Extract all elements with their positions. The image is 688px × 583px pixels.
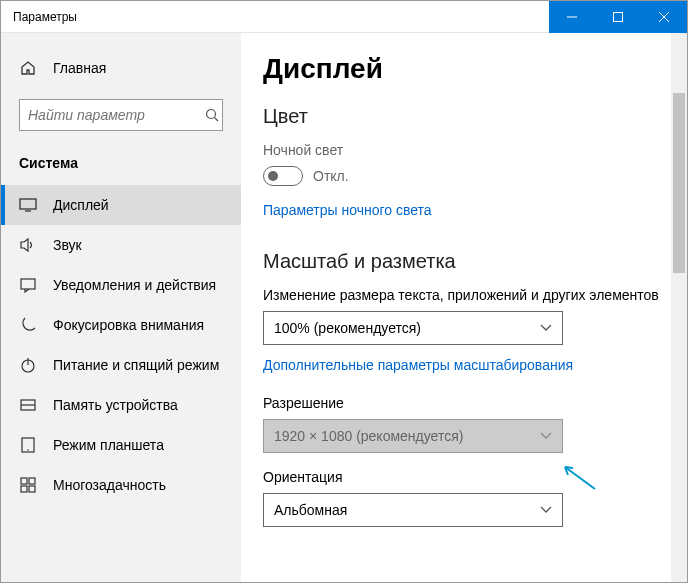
scale-label: Изменение размера текста, приложений и д… bbox=[263, 287, 665, 303]
sidebar-item-label: Звук bbox=[53, 237, 82, 253]
orientation-value: Альбомная bbox=[274, 502, 347, 518]
tablet-icon bbox=[19, 436, 37, 454]
scale-value: 100% (рекомендуется) bbox=[274, 320, 421, 336]
scale-dropdown[interactable]: 100% (рекомендуется) bbox=[263, 311, 563, 345]
power-icon bbox=[19, 356, 37, 374]
svg-rect-6 bbox=[20, 199, 36, 209]
scrollbar[interactable] bbox=[671, 33, 687, 582]
sidebar-item-display[interactable]: Дисплей bbox=[1, 185, 241, 225]
multitasking-icon bbox=[19, 476, 37, 494]
search-icon bbox=[205, 108, 219, 122]
sidebar-item-label: Дисплей bbox=[53, 197, 109, 213]
svg-point-14 bbox=[27, 449, 29, 451]
sidebar-item-focus[interactable]: Фокусировка внимания bbox=[1, 305, 241, 345]
svg-rect-16 bbox=[29, 478, 35, 484]
advanced-scaling-link[interactable]: Дополнительные параметры масштабирования bbox=[263, 357, 573, 373]
sidebar-item-label: Память устройства bbox=[53, 397, 178, 413]
night-light-label: Ночной свет bbox=[263, 142, 665, 158]
night-light-settings-link[interactable]: Параметры ночного света bbox=[263, 202, 432, 218]
search-field[interactable] bbox=[28, 107, 205, 123]
display-icon bbox=[19, 196, 37, 214]
sidebar-item-power[interactable]: Питание и спящий режим bbox=[1, 345, 241, 385]
resolution-value: 1920 × 1080 (рекомендуется) bbox=[274, 428, 463, 444]
svg-point-4 bbox=[207, 110, 216, 119]
sidebar-item-label: Уведомления и действия bbox=[53, 277, 216, 293]
svg-line-19 bbox=[565, 467, 595, 489]
svg-rect-15 bbox=[21, 478, 27, 484]
home-icon bbox=[19, 59, 37, 77]
orientation-label: Ориентация bbox=[263, 469, 665, 485]
sidebar-item-label: Режим планшета bbox=[53, 437, 164, 453]
close-button[interactable] bbox=[641, 1, 687, 33]
search-input[interactable] bbox=[19, 99, 223, 131]
sidebar: Главная Система Дисплей Звук bbox=[1, 33, 241, 582]
chevron-down-icon bbox=[540, 432, 552, 440]
svg-rect-18 bbox=[29, 486, 35, 492]
home-label: Главная bbox=[53, 60, 106, 76]
sidebar-item-notifications[interactable]: Уведомления и действия bbox=[1, 265, 241, 305]
window-title: Параметры bbox=[1, 10, 549, 24]
sidebar-item-label: Питание и спящий режим bbox=[53, 357, 219, 373]
resolution-dropdown[interactable]: 1920 × 1080 (рекомендуется) bbox=[263, 419, 563, 453]
annotation-arrow-icon bbox=[557, 461, 597, 491]
titlebar: Параметры bbox=[1, 1, 687, 33]
resolution-label: Разрешение bbox=[263, 395, 665, 411]
sidebar-item-tablet[interactable]: Режим планшета bbox=[1, 425, 241, 465]
chevron-down-icon bbox=[540, 324, 552, 332]
notifications-icon bbox=[19, 276, 37, 294]
page-title: Дисплей bbox=[263, 53, 665, 85]
svg-line-5 bbox=[215, 118, 219, 122]
home-link[interactable]: Главная bbox=[1, 51, 241, 85]
sidebar-item-storage[interactable]: Память устройства bbox=[1, 385, 241, 425]
storage-icon bbox=[19, 396, 37, 414]
section-title: Система bbox=[1, 149, 241, 185]
sound-icon bbox=[19, 236, 37, 254]
sidebar-item-sound[interactable]: Звук bbox=[1, 225, 241, 265]
maximize-button[interactable] bbox=[595, 1, 641, 33]
scrollbar-thumb[interactable] bbox=[673, 93, 685, 273]
sidebar-item-label: Многозадачность bbox=[53, 477, 166, 493]
svg-rect-17 bbox=[21, 486, 27, 492]
chevron-down-icon bbox=[540, 506, 552, 514]
orientation-dropdown[interactable]: Альбомная bbox=[263, 493, 563, 527]
svg-rect-1 bbox=[614, 12, 623, 21]
section-color: Цвет bbox=[263, 105, 665, 128]
section-scale: Масштаб и разметка bbox=[263, 250, 665, 273]
sidebar-item-multitasking[interactable]: Многозадачность bbox=[1, 465, 241, 505]
night-light-value: Откл. bbox=[313, 168, 349, 184]
sidebar-item-label: Фокусировка внимания bbox=[53, 317, 204, 333]
focus-icon bbox=[19, 316, 37, 334]
night-light-toggle[interactable] bbox=[263, 166, 303, 186]
minimize-button[interactable] bbox=[549, 1, 595, 33]
svg-rect-8 bbox=[21, 279, 35, 289]
main-content: Дисплей Цвет Ночной свет Откл. Параметры… bbox=[241, 33, 687, 582]
